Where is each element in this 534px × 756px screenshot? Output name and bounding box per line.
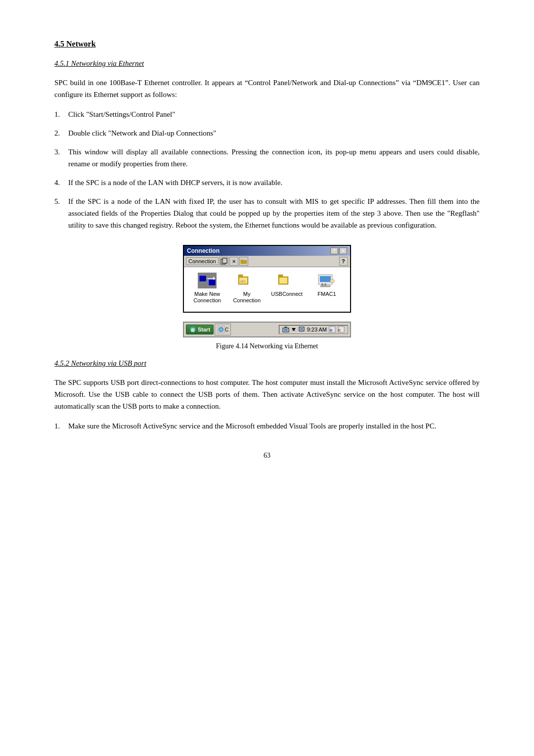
dialog-titlebar: Connection ? ×: [184, 246, 350, 256]
folder-icon[interactable]: [239, 257, 248, 266]
svg-rect-1: [222, 258, 227, 263]
svg-rect-13: [278, 275, 283, 277]
tray-icon2: E: [338, 326, 345, 333]
list-item: 1. Make sure the Microsoft ActiveSync se…: [54, 420, 480, 432]
figure-414: Connection ? × Connection ✕: [54, 245, 480, 350]
dialog-toolbar: Connection ✕ ?: [184, 256, 350, 267]
taskbar-app-btn[interactable]: C: [215, 324, 231, 335]
tray-icon1: B: [329, 326, 336, 333]
copy-icon[interactable]: [220, 257, 228, 266]
fmac1-icon[interactable]: FMAC1: [312, 272, 342, 297]
taskbar: ⊞ Start C: [183, 322, 351, 337]
delete-icon[interactable]: ✕: [229, 257, 238, 266]
usb-connect-icon-img: [277, 272, 297, 289]
system-tray: 9:23 AM B E: [279, 325, 348, 334]
close-button[interactable]: ×: [339, 247, 347, 254]
svg-text:abc: abc: [240, 280, 246, 283]
svg-rect-29: [284, 329, 288, 331]
my-connection-icon-img: abc: [237, 272, 257, 289]
list-text: This window will display all available c…: [68, 146, 480, 170]
section-title: 4.5 Network: [54, 40, 480, 48]
make-new-label: Make NewConnection: [193, 291, 221, 304]
list-item: 5. If the SPC is a node of the LAN with …: [54, 195, 480, 231]
svg-text:⊞: ⊞: [191, 328, 195, 332]
list-num: 4.: [54, 177, 68, 189]
subsection1-intro: SPC build in one 100Base-T Ethernet cont…: [54, 77, 480, 100]
svg-rect-35: [300, 328, 303, 330]
list-num: 1.: [54, 108, 68, 120]
tray-time: 9:23 AM: [307, 327, 327, 332]
svg-rect-16: [320, 276, 331, 282]
window-controls: ? ×: [330, 247, 347, 254]
list-num: 2.: [54, 127, 68, 139]
tray-network-icon: [282, 326, 289, 333]
tray-arrow-icon: [291, 326, 296, 333]
svg-text:B: B: [330, 328, 332, 332]
list-text: Click "Start/Settings/Control Panel": [68, 108, 480, 120]
list-num: 5.: [54, 195, 68, 207]
my-connection-label: MyConnection: [233, 291, 261, 304]
fmac1-label: FMAC1: [317, 291, 336, 297]
list-text: If the SPC is a node of the LAN with DHC…: [68, 177, 480, 189]
dialog-title: Connection: [187, 247, 220, 254]
svg-rect-18: [324, 284, 326, 285]
list-item: 3. This window will display all availabl…: [54, 146, 480, 170]
my-connection-icon[interactable]: abc MyConnection: [231, 272, 262, 304]
svg-rect-14: [279, 278, 287, 284]
list-text: If the SPC is a node of the LAN with fix…: [68, 195, 480, 231]
svg-rect-9: [238, 275, 243, 277]
subsection2-title: 4.5.2 Networking via USB port: [54, 359, 480, 368]
figure-caption: Figure 4.14 Networking via Ethernet: [216, 342, 318, 350]
svg-rect-36: [300, 331, 303, 332]
svg-rect-17: [321, 284, 323, 285]
list-text: Double click "Network and Dial-up Connec…: [68, 127, 480, 139]
svg-text:?: ?: [342, 258, 345, 264]
tray-network2-icon: [298, 326, 305, 333]
make-new-connection-icon[interactable]: Make NewConnection: [192, 272, 222, 304]
usb-connect-icon[interactable]: USBConnect: [271, 272, 303, 297]
svg-rect-4: [199, 276, 206, 282]
subsection1-title: 4.5.1 Networking via Ethernet: [54, 59, 480, 68]
list-item: 1. Click "Start/Settings/Control Panel": [54, 108, 480, 120]
list-item: 2. Double click "Network and Dial-up Con…: [54, 127, 480, 139]
fmac1-icon-img: [317, 272, 337, 289]
help-button[interactable]: ?: [330, 247, 338, 254]
svg-rect-21: [331, 280, 334, 282]
make-new-icon-img: [197, 272, 217, 289]
usb-connect-label: USBConnect: [271, 291, 303, 297]
start-button[interactable]: ⊞ Start: [186, 325, 214, 334]
svg-text:E: E: [338, 328, 341, 332]
connection-menu-btn[interactable]: Connection: [186, 257, 219, 265]
network-connections-dialog: Connection ? × Connection ✕: [183, 245, 351, 313]
dialog-body: Make NewConnection abc MyConnection: [184, 267, 350, 312]
svg-point-27: [221, 329, 222, 331]
list-text: Make sure the Microsoft ActiveSync servi…: [68, 420, 480, 432]
list-num: 3.: [54, 146, 68, 158]
svg-rect-7: [209, 280, 216, 285]
start-label: Start: [198, 327, 210, 332]
page-content: 4.5 Network 4.5.1 Networking via Etherne…: [54, 0, 480, 489]
subsection2-intro: The SPC supports USB port direct-connect…: [54, 377, 480, 412]
help-icon-toolbar[interactable]: ?: [339, 257, 348, 266]
svg-rect-19: [320, 285, 330, 287]
list-num: 1.: [54, 420, 68, 432]
page-number: 63: [54, 452, 480, 460]
list-item: 4. If the SPC is a node of the LAN with …: [54, 177, 480, 189]
